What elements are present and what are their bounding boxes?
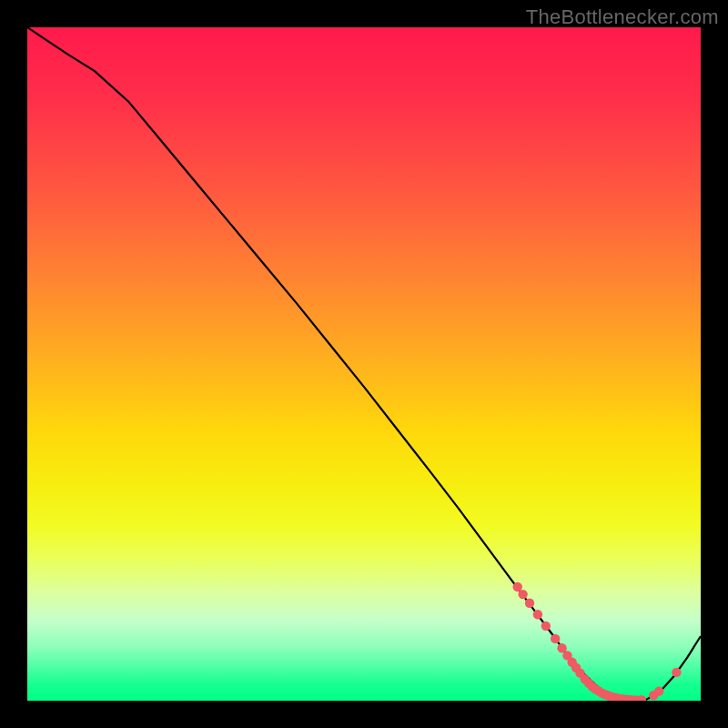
- data-point: [551, 634, 560, 643]
- bottleneck-curve: [27, 27, 701, 701]
- chart-plot-area: [27, 27, 701, 701]
- data-point: [533, 610, 542, 619]
- data-point: [654, 686, 663, 695]
- data-points: [513, 582, 682, 701]
- data-point: [541, 622, 551, 631]
- data-point: [518, 590, 527, 599]
- watermark-text: TheBottlenecker.com: [526, 5, 719, 29]
- data-point: [525, 599, 534, 608]
- curve-layer: [27, 27, 701, 701]
- data-point: [672, 668, 681, 677]
